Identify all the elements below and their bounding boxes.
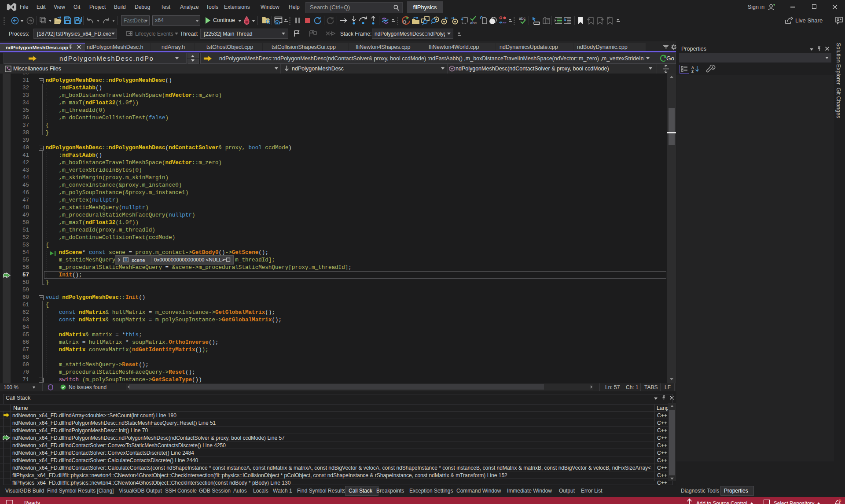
svg-text:Z: Z xyxy=(691,70,694,73)
svg-text:abc: abc xyxy=(470,20,477,25)
svg-text:1: 1 xyxy=(839,499,841,502)
svg-text:A: A xyxy=(691,66,694,70)
svg-text:abc: abc xyxy=(519,16,526,21)
